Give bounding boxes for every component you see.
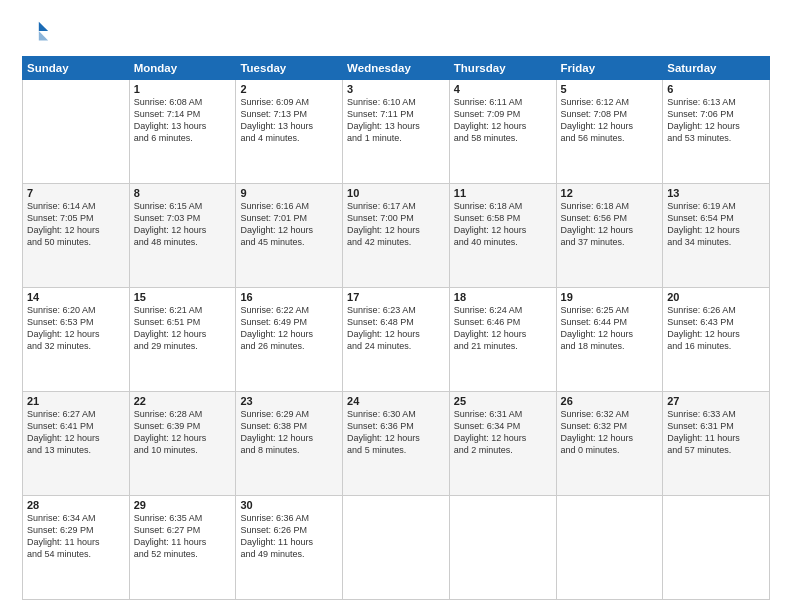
day-info: Sunrise: 6:22 AM Sunset: 6:49 PM Dayligh… bbox=[240, 304, 338, 353]
day-number: 1 bbox=[134, 83, 232, 95]
calendar-day-cell: 24Sunrise: 6:30 AM Sunset: 6:36 PM Dayli… bbox=[343, 392, 450, 496]
day-number: 13 bbox=[667, 187, 765, 199]
weekday-header-tuesday: Tuesday bbox=[236, 57, 343, 80]
weekday-header-sunday: Sunday bbox=[23, 57, 130, 80]
day-info: Sunrise: 6:31 AM Sunset: 6:34 PM Dayligh… bbox=[454, 408, 552, 457]
day-number: 24 bbox=[347, 395, 445, 407]
day-info: Sunrise: 6:36 AM Sunset: 6:26 PM Dayligh… bbox=[240, 512, 338, 561]
day-info: Sunrise: 6:26 AM Sunset: 6:43 PM Dayligh… bbox=[667, 304, 765, 353]
day-number: 23 bbox=[240, 395, 338, 407]
empty-cell bbox=[343, 496, 450, 600]
calendar-day-cell: 28Sunrise: 6:34 AM Sunset: 6:29 PM Dayli… bbox=[23, 496, 130, 600]
day-number: 3 bbox=[347, 83, 445, 95]
calendar-day-cell: 7Sunrise: 6:14 AM Sunset: 7:05 PM Daylig… bbox=[23, 184, 130, 288]
calendar-day-cell: 6Sunrise: 6:13 AM Sunset: 7:06 PM Daylig… bbox=[663, 80, 770, 184]
day-info: Sunrise: 6:28 AM Sunset: 6:39 PM Dayligh… bbox=[134, 408, 232, 457]
day-info: Sunrise: 6:16 AM Sunset: 7:01 PM Dayligh… bbox=[240, 200, 338, 249]
empty-cell bbox=[23, 80, 130, 184]
calendar-day-cell: 18Sunrise: 6:24 AM Sunset: 6:46 PM Dayli… bbox=[449, 288, 556, 392]
day-number: 28 bbox=[27, 499, 125, 511]
empty-cell bbox=[556, 496, 663, 600]
calendar-day-cell: 19Sunrise: 6:25 AM Sunset: 6:44 PM Dayli… bbox=[556, 288, 663, 392]
day-number: 16 bbox=[240, 291, 338, 303]
calendar-day-cell: 13Sunrise: 6:19 AM Sunset: 6:54 PM Dayli… bbox=[663, 184, 770, 288]
calendar-week-row: 21Sunrise: 6:27 AM Sunset: 6:41 PM Dayli… bbox=[23, 392, 770, 496]
calendar-day-cell: 10Sunrise: 6:17 AM Sunset: 7:00 PM Dayli… bbox=[343, 184, 450, 288]
weekday-header-thursday: Thursday bbox=[449, 57, 556, 80]
calendar-week-row: 1Sunrise: 6:08 AM Sunset: 7:14 PM Daylig… bbox=[23, 80, 770, 184]
calendar-day-cell: 2Sunrise: 6:09 AM Sunset: 7:13 PM Daylig… bbox=[236, 80, 343, 184]
day-number: 25 bbox=[454, 395, 552, 407]
day-number: 26 bbox=[561, 395, 659, 407]
calendar-day-cell: 17Sunrise: 6:23 AM Sunset: 6:48 PM Dayli… bbox=[343, 288, 450, 392]
day-number: 15 bbox=[134, 291, 232, 303]
day-info: Sunrise: 6:29 AM Sunset: 6:38 PM Dayligh… bbox=[240, 408, 338, 457]
day-number: 17 bbox=[347, 291, 445, 303]
day-info: Sunrise: 6:11 AM Sunset: 7:09 PM Dayligh… bbox=[454, 96, 552, 145]
day-info: Sunrise: 6:24 AM Sunset: 6:46 PM Dayligh… bbox=[454, 304, 552, 353]
calendar-day-cell: 12Sunrise: 6:18 AM Sunset: 6:56 PM Dayli… bbox=[556, 184, 663, 288]
day-info: Sunrise: 6:08 AM Sunset: 7:14 PM Dayligh… bbox=[134, 96, 232, 145]
day-info: Sunrise: 6:09 AM Sunset: 7:13 PM Dayligh… bbox=[240, 96, 338, 145]
day-number: 30 bbox=[240, 499, 338, 511]
weekday-header-friday: Friday bbox=[556, 57, 663, 80]
calendar-week-row: 7Sunrise: 6:14 AM Sunset: 7:05 PM Daylig… bbox=[23, 184, 770, 288]
svg-marker-0 bbox=[39, 22, 48, 31]
day-number: 7 bbox=[27, 187, 125, 199]
calendar-day-cell: 3Sunrise: 6:10 AM Sunset: 7:11 PM Daylig… bbox=[343, 80, 450, 184]
calendar-day-cell: 1Sunrise: 6:08 AM Sunset: 7:14 PM Daylig… bbox=[129, 80, 236, 184]
day-info: Sunrise: 6:21 AM Sunset: 6:51 PM Dayligh… bbox=[134, 304, 232, 353]
day-info: Sunrise: 6:18 AM Sunset: 6:56 PM Dayligh… bbox=[561, 200, 659, 249]
day-info: Sunrise: 6:14 AM Sunset: 7:05 PM Dayligh… bbox=[27, 200, 125, 249]
day-number: 12 bbox=[561, 187, 659, 199]
calendar-day-cell: 27Sunrise: 6:33 AM Sunset: 6:31 PM Dayli… bbox=[663, 392, 770, 496]
day-info: Sunrise: 6:15 AM Sunset: 7:03 PM Dayligh… bbox=[134, 200, 232, 249]
calendar-day-cell: 30Sunrise: 6:36 AM Sunset: 6:26 PM Dayli… bbox=[236, 496, 343, 600]
day-info: Sunrise: 6:30 AM Sunset: 6:36 PM Dayligh… bbox=[347, 408, 445, 457]
calendar-day-cell: 22Sunrise: 6:28 AM Sunset: 6:39 PM Dayli… bbox=[129, 392, 236, 496]
day-info: Sunrise: 6:34 AM Sunset: 6:29 PM Dayligh… bbox=[27, 512, 125, 561]
day-number: 29 bbox=[134, 499, 232, 511]
calendar-day-cell: 26Sunrise: 6:32 AM Sunset: 6:32 PM Dayli… bbox=[556, 392, 663, 496]
day-info: Sunrise: 6:17 AM Sunset: 7:00 PM Dayligh… bbox=[347, 200, 445, 249]
empty-cell bbox=[663, 496, 770, 600]
day-number: 9 bbox=[240, 187, 338, 199]
day-info: Sunrise: 6:13 AM Sunset: 7:06 PM Dayligh… bbox=[667, 96, 765, 145]
svg-marker-1 bbox=[39, 31, 48, 40]
day-number: 10 bbox=[347, 187, 445, 199]
day-info: Sunrise: 6:33 AM Sunset: 6:31 PM Dayligh… bbox=[667, 408, 765, 457]
day-info: Sunrise: 6:25 AM Sunset: 6:44 PM Dayligh… bbox=[561, 304, 659, 353]
day-number: 6 bbox=[667, 83, 765, 95]
day-info: Sunrise: 6:18 AM Sunset: 6:58 PM Dayligh… bbox=[454, 200, 552, 249]
logo bbox=[22, 18, 54, 46]
day-number: 27 bbox=[667, 395, 765, 407]
day-info: Sunrise: 6:27 AM Sunset: 6:41 PM Dayligh… bbox=[27, 408, 125, 457]
calendar-day-cell: 21Sunrise: 6:27 AM Sunset: 6:41 PM Dayli… bbox=[23, 392, 130, 496]
logo-icon bbox=[22, 18, 50, 46]
calendar-day-cell: 15Sunrise: 6:21 AM Sunset: 6:51 PM Dayli… bbox=[129, 288, 236, 392]
day-info: Sunrise: 6:35 AM Sunset: 6:27 PM Dayligh… bbox=[134, 512, 232, 561]
day-number: 22 bbox=[134, 395, 232, 407]
calendar-week-row: 14Sunrise: 6:20 AM Sunset: 6:53 PM Dayli… bbox=[23, 288, 770, 392]
calendar-day-cell: 29Sunrise: 6:35 AM Sunset: 6:27 PM Dayli… bbox=[129, 496, 236, 600]
day-number: 20 bbox=[667, 291, 765, 303]
header bbox=[22, 18, 770, 46]
empty-cell bbox=[449, 496, 556, 600]
calendar-day-cell: 25Sunrise: 6:31 AM Sunset: 6:34 PM Dayli… bbox=[449, 392, 556, 496]
day-info: Sunrise: 6:32 AM Sunset: 6:32 PM Dayligh… bbox=[561, 408, 659, 457]
day-number: 5 bbox=[561, 83, 659, 95]
calendar-day-cell: 20Sunrise: 6:26 AM Sunset: 6:43 PM Dayli… bbox=[663, 288, 770, 392]
calendar-day-cell: 11Sunrise: 6:18 AM Sunset: 6:58 PM Dayli… bbox=[449, 184, 556, 288]
day-info: Sunrise: 6:12 AM Sunset: 7:08 PM Dayligh… bbox=[561, 96, 659, 145]
calendar-day-cell: 9Sunrise: 6:16 AM Sunset: 7:01 PM Daylig… bbox=[236, 184, 343, 288]
day-info: Sunrise: 6:19 AM Sunset: 6:54 PM Dayligh… bbox=[667, 200, 765, 249]
calendar-day-cell: 14Sunrise: 6:20 AM Sunset: 6:53 PM Dayli… bbox=[23, 288, 130, 392]
calendar-table: SundayMondayTuesdayWednesdayThursdayFrid… bbox=[22, 56, 770, 600]
day-number: 8 bbox=[134, 187, 232, 199]
weekday-header-saturday: Saturday bbox=[663, 57, 770, 80]
weekday-header-monday: Monday bbox=[129, 57, 236, 80]
day-number: 21 bbox=[27, 395, 125, 407]
calendar-day-cell: 5Sunrise: 6:12 AM Sunset: 7:08 PM Daylig… bbox=[556, 80, 663, 184]
calendar-day-cell: 23Sunrise: 6:29 AM Sunset: 6:38 PM Dayli… bbox=[236, 392, 343, 496]
calendar-week-row: 28Sunrise: 6:34 AM Sunset: 6:29 PM Dayli… bbox=[23, 496, 770, 600]
